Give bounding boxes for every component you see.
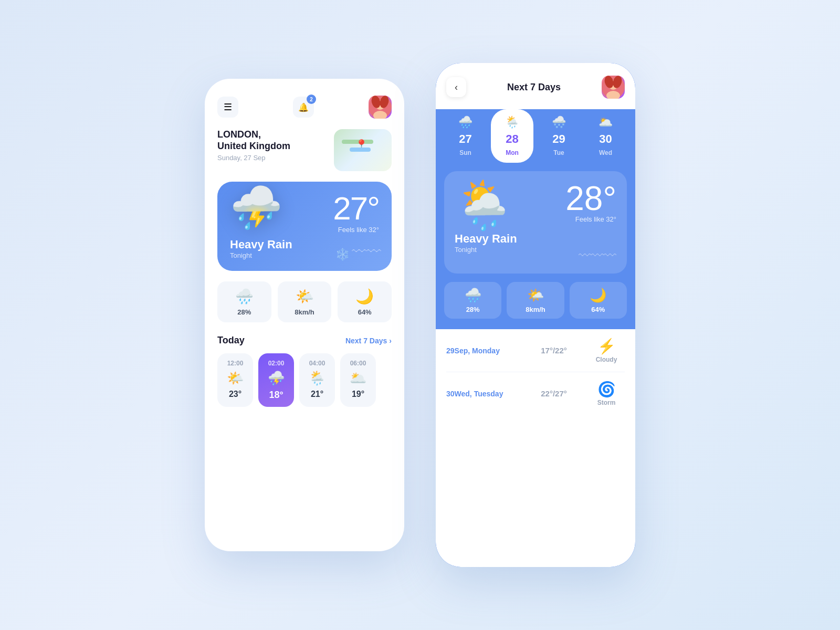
right-humidity-icon: 🌙 [590, 287, 606, 303]
humidity-stat: 🌙 64% [338, 281, 392, 322]
day-num-29: 29 [552, 132, 565, 146]
right-humidity-value: 64% [591, 306, 605, 313]
country-name: United Kingdom [217, 141, 290, 152]
chevron-right-icon: › [389, 337, 392, 345]
weather-icon: ⛈️ [230, 187, 282, 229]
left-phone: ☰ 🔔 2 LONDON, United Kingdom Sunday, 27 … [205, 79, 404, 551]
day-num-30: 30 [599, 132, 612, 146]
right-wind-icon: 🌤️ [527, 287, 544, 303]
day-icon-30: 🌥️ [598, 116, 613, 129]
hourly-row: 12:00 🌤️ 23° 02:00 ⛈️ 18° 04:00 🌦️ 21° 0… [217, 353, 392, 407]
right-rain-stat: 🌧️ 28% [444, 282, 501, 319]
day-item-30[interactable]: 🌥️ 30 Wed [584, 109, 627, 163]
hour-temp-0: 23° [229, 390, 242, 399]
back-button[interactable]: ‹ [446, 77, 466, 97]
forecast-label-0: Cloudy [596, 356, 617, 363]
forecast-list: 29Sep, Monday 17°/22° ⚡ Cloudy 30Wed, Tu… [436, 329, 635, 567]
day-icon-28: 🌦️ [505, 116, 519, 129]
day-item-27[interactable]: 🌧️ 27 Sun [444, 109, 487, 163]
right-avatar[interactable] [602, 76, 625, 99]
right-rain-icon: 🌧️ [465, 287, 481, 303]
rwc-temp-value: 28° [565, 182, 616, 215]
forecast-condition-0: ⚡ Cloudy [588, 338, 625, 363]
hour-icon-2: 🌦️ [309, 370, 326, 386]
forecast-label-1: Storm [597, 399, 616, 406]
next7-label: Next 7 Days [345, 337, 387, 345]
day-item-28[interactable]: 🌦️ 28 Mon [491, 109, 533, 163]
day-name-28: Mon [506, 149, 519, 156]
right-stats: 🌧️ 28% 🌤️ 8km/h 🌙 64% [444, 282, 627, 319]
forecast-condition-1: 🌀 Storm [588, 381, 625, 406]
rain-stat: 🌧️ 28% [217, 281, 271, 322]
humidity-value: 64% [358, 308, 372, 316]
hour-icon-1: ⛈️ [268, 370, 285, 386]
avatar[interactable] [369, 96, 392, 119]
hour-card-3[interactable]: 06:00 🌥️ 19° [340, 353, 376, 407]
today-label: Today [217, 335, 245, 346]
rwc-condition: Heavy Rain [455, 232, 616, 246]
next7-link[interactable]: Next 7 Days › [345, 337, 392, 345]
hour-temp-2: 21° [311, 390, 323, 399]
map-thumbnail[interactable]: 📍 [334, 129, 392, 171]
day-name-27: Sun [459, 149, 471, 156]
wind-stat: 🌤️ 8km/h [278, 281, 332, 322]
forecast-item-1[interactable]: 30Wed, Tuesday 22°/27° 🌀 Storm [446, 372, 625, 415]
notification-button[interactable]: 🔔 2 [293, 97, 314, 118]
hour-temp-3: 19° [352, 390, 364, 399]
right-weather-card: 🌦️ 28° Feels like 32° Heavy Rain Tonight… [444, 171, 627, 274]
day-name-30: Wed [599, 149, 612, 156]
day-name-29: Tue [553, 149, 564, 156]
today-section-header: Today Next 7 Days › [217, 335, 392, 346]
rain-value: 28% [237, 308, 251, 316]
wind-value: 8km/h [295, 308, 314, 316]
forecast-temps-1: 22°/27° [520, 389, 588, 398]
hour-card-2[interactable]: 04:00 🌦️ 21° [299, 353, 335, 407]
city-name: LONDON, [217, 129, 290, 141]
snowflake-decoration: ❄️ [335, 248, 350, 261]
rwc-weather-icon: 🌦️ [455, 182, 513, 229]
day-item-29[interactable]: 🌨️ 29 Tue [538, 109, 580, 163]
location-text: LONDON, United Kingdom Sunday, 27 Sep [217, 129, 290, 162]
temperature-value: 27° [333, 192, 379, 225]
back-icon: ‹ [455, 82, 458, 93]
rain-icon: 🌧️ [235, 288, 254, 305]
rwc-feels-like: Feels like 32° [565, 215, 616, 223]
day-num-27: 27 [459, 132, 471, 146]
hour-time-3: 06:00 [350, 360, 366, 367]
right-title: Next 7 Days [507, 82, 561, 93]
hour-icon-0: 🌤️ [227, 370, 244, 386]
menu-button[interactable]: ☰ [217, 97, 238, 118]
left-header: ☰ 🔔 2 [217, 96, 392, 119]
stats-row: 🌧️ 28% 🌤️ 8km/h 🌙 64% [217, 281, 392, 322]
right-header: ‹ Next 7 Days [446, 76, 625, 99]
day-icon-27: 🌧️ [458, 116, 472, 129]
forecast-date-0: 29Sep, Monday [446, 346, 520, 355]
day-num-28: 28 [506, 132, 518, 146]
humidity-icon: 🌙 [355, 288, 374, 305]
hour-icon-3: 🌥️ [350, 370, 366, 386]
day-selector: 🌧️ 27 Sun 🌦️ 28 Mon 🌨️ 29 Tue 🌥️ 30 Wed [444, 109, 627, 171]
hour-card-0[interactable]: 12:00 🌤️ 23° [217, 353, 253, 407]
hour-card-1[interactable]: 02:00 ⛈️ 18° [258, 353, 294, 407]
hour-time-2: 04:00 [309, 360, 326, 367]
forecast-temps-0: 17°/22° [520, 346, 588, 355]
forecast-icon-0: ⚡ [597, 338, 616, 355]
feels-like: Feels like 32° [333, 226, 379, 234]
rwc-wave-deco: 〰〰〰 [455, 248, 616, 263]
right-rain-value: 28% [466, 306, 480, 313]
bell-icon: 🔔 [298, 102, 309, 112]
wave-decoration: 〰〰 [352, 243, 381, 260]
hour-time-0: 12:00 [227, 360, 244, 367]
right-wind-stat: 🌤️ 8km/h [507, 282, 564, 319]
right-phone: ‹ Next 7 Days 🌧️ 27 Sun [436, 63, 635, 567]
right-humidity-stat: 🌙 64% [570, 282, 627, 319]
location-row: LONDON, United Kingdom Sunday, 27 Sep 📍 [217, 129, 392, 171]
notification-badge: 2 [307, 94, 316, 104]
weather-card: ⛈️ 27° Feels like 32° Heavy Rain Tonight… [217, 182, 392, 271]
rwc-top: 🌦️ 28° Feels like 32° [455, 182, 616, 229]
rwc-temperature: 28° Feels like 32° [565, 182, 616, 223]
forecast-icon-1: 🌀 [597, 381, 616, 398]
forecast-item-0[interactable]: 29Sep, Monday 17°/22° ⚡ Cloudy [446, 329, 625, 372]
hour-temp-1: 18° [269, 390, 283, 401]
menu-icon: ☰ [224, 101, 232, 113]
